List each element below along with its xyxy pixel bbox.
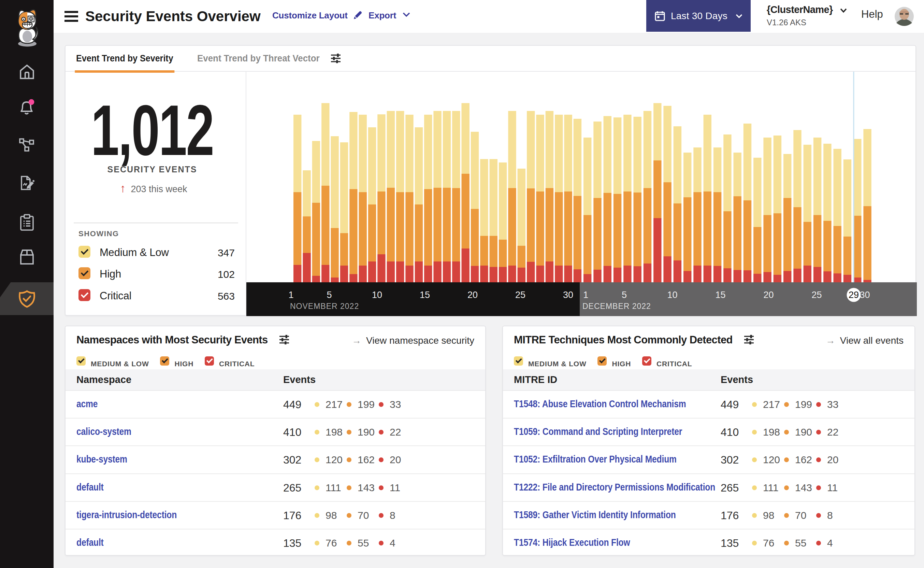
svg-text:1: 1	[583, 290, 588, 300]
svg-text:20: 20	[467, 290, 478, 300]
svg-text:30: 30	[563, 290, 573, 300]
svg-text:5: 5	[327, 290, 332, 300]
svg-text:5: 5	[622, 290, 627, 300]
svg-text:25: 25	[515, 290, 526, 300]
svg-text:20: 20	[763, 290, 773, 300]
svg-text:10: 10	[372, 290, 382, 300]
svg-text:1: 1	[288, 290, 294, 300]
svg-text:25: 25	[811, 290, 822, 300]
svg-text:NOVEMBER 2022: NOVEMBER 2022	[290, 302, 359, 311]
svg-text:10: 10	[667, 290, 677, 300]
svg-text:15: 15	[715, 290, 725, 300]
svg-text:15: 15	[420, 290, 430, 300]
svg-text:30: 30	[859, 290, 870, 300]
svg-text:DECEMBER 2022: DECEMBER 2022	[582, 302, 651, 311]
svg-text:29: 29	[849, 290, 859, 300]
